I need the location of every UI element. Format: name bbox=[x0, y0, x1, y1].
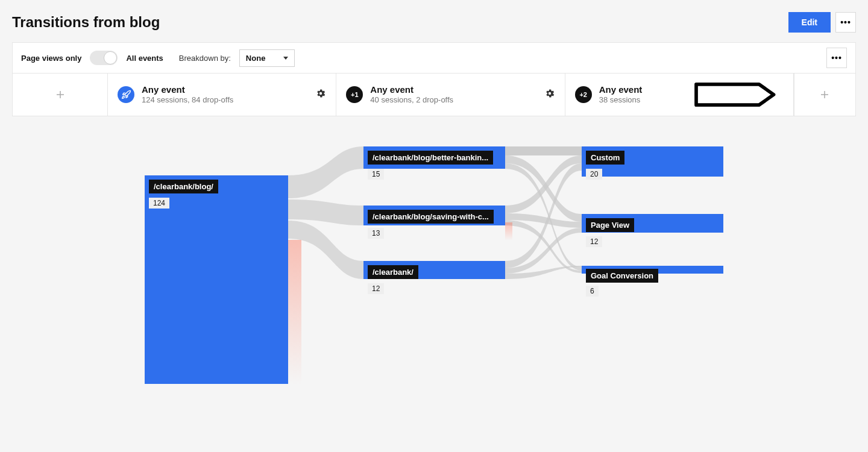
node-count: 12 bbox=[368, 283, 384, 294]
plus-icon bbox=[55, 89, 66, 100]
flow-visualization: /clearbank/blog/ 124 /clearbank/blog/bet… bbox=[12, 116, 856, 452]
page-title: Transitions from blog bbox=[12, 14, 160, 31]
step-title: Any event bbox=[599, 84, 643, 96]
toggle-knob bbox=[104, 51, 117, 64]
step-1[interactable]: Any event 124 sessions, 84 drop-offs bbox=[108, 74, 336, 116]
flow-node[interactable]: /clearbank/blog/better-bankin... 15 bbox=[363, 146, 505, 169]
step-2[interactable]: +1 Any event 40 sessions, 2 drop-offs bbox=[336, 74, 565, 116]
node-count: 12 bbox=[586, 236, 602, 247]
step-badge: +1 bbox=[346, 86, 363, 103]
node-count: 6 bbox=[586, 286, 599, 297]
flow-node[interactable]: Goal Conversion 6 bbox=[582, 266, 723, 274]
add-step-left[interactable] bbox=[13, 74, 108, 116]
dropoff-indicator bbox=[505, 222, 512, 240]
page-views-only-label: Page views only bbox=[21, 54, 81, 63]
node-label: Goal Conversion bbox=[586, 269, 658, 283]
step-settings-button[interactable] bbox=[315, 88, 326, 101]
node-label: /clearbank/blog/ bbox=[149, 180, 218, 193]
plus-icon bbox=[819, 89, 830, 100]
step-title: Any event bbox=[142, 84, 233, 96]
breakdown-label: Breakdown by: bbox=[179, 54, 231, 63]
flow-node[interactable]: /clearbank/blog/ 124 bbox=[145, 175, 288, 384]
step-subtitle: 124 sessions, 84 drop-offs bbox=[142, 95, 233, 105]
node-count: 15 bbox=[368, 169, 384, 180]
node-label: /clearbank/ bbox=[368, 265, 418, 279]
node-count: 20 bbox=[586, 169, 602, 180]
panel-more-button[interactable]: ••• bbox=[826, 48, 847, 68]
flow-node[interactable]: /clearbank/blog/saving-with-c... 13 bbox=[363, 206, 505, 225]
node-label: /clearbank/blog/saving-with-c... bbox=[368, 210, 494, 224]
step-badge: +2 bbox=[575, 86, 592, 103]
chevron-down-icon bbox=[283, 57, 288, 60]
breakdown-select[interactable]: None bbox=[239, 49, 295, 67]
goal-tag-icon bbox=[687, 83, 784, 107]
config-panel: Page views only All events Breakdown by:… bbox=[12, 42, 856, 116]
flow-node[interactable]: /clearbank/ 12 bbox=[363, 261, 505, 279]
breakdown-value: None bbox=[246, 54, 266, 63]
flow-node[interactable]: Custom 20 bbox=[582, 146, 723, 177]
more-icon: ••• bbox=[831, 53, 842, 63]
gear-icon bbox=[544, 88, 555, 99]
node-label: Page View bbox=[586, 218, 634, 232]
flow-node[interactable]: Page View 12 bbox=[582, 214, 723, 233]
rocket-icon bbox=[118, 86, 134, 103]
step-settings-button[interactable] bbox=[544, 88, 555, 101]
node-label: /clearbank/blog/better-bankin... bbox=[368, 151, 493, 165]
step-subtitle: 40 sessions, 2 drop-offs bbox=[370, 95, 453, 105]
step-subtitle: 38 sessions bbox=[599, 95, 643, 105]
all-events-label: All events bbox=[126, 54, 163, 63]
events-scope-toggle[interactable] bbox=[90, 51, 118, 65]
gear-icon bbox=[315, 88, 326, 99]
node-count: 124 bbox=[149, 198, 169, 209]
node-label: Custom bbox=[586, 151, 624, 165]
dropoff-indicator bbox=[288, 240, 301, 385]
step-3[interactable]: +2 Any event 38 sessions bbox=[565, 74, 794, 116]
edit-button[interactable]: Edit bbox=[788, 12, 831, 33]
more-icon: ••• bbox=[840, 17, 851, 27]
add-step-right[interactable] bbox=[794, 74, 855, 116]
more-actions-button[interactable]: ••• bbox=[835, 12, 856, 33]
node-count: 13 bbox=[368, 228, 384, 239]
step-title: Any event bbox=[370, 84, 453, 96]
